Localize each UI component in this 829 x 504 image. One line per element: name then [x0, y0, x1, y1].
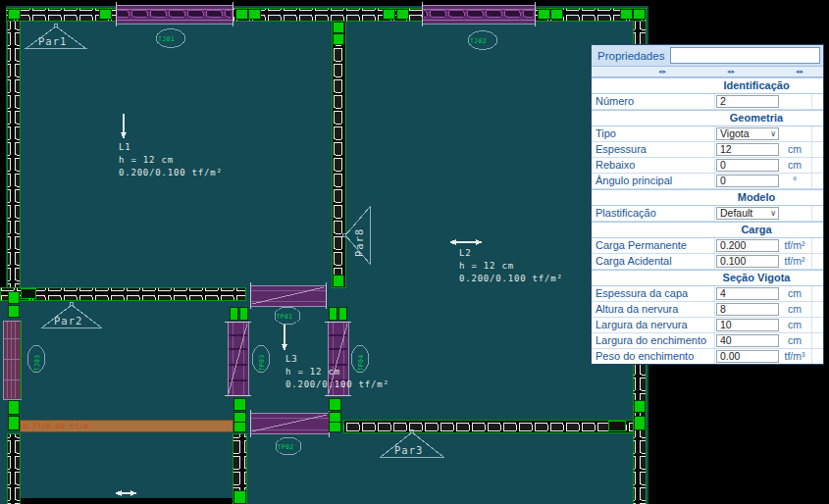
viewport-edge-top — [0, 0, 648, 6]
altura-da-nervura-input[interactable]: 8 — [716, 303, 779, 316]
field-label: Número — [596, 95, 634, 107]
field-label: Carga Acidental — [596, 255, 672, 267]
wall-label-text: Par3 — [394, 444, 423, 456]
opening-wall-left[interactable] — [3, 321, 22, 399]
field-unit: cm — [778, 319, 811, 330]
door-opening-vertical-left[interactable] — [225, 322, 251, 395]
largura-do-enchimento-input[interactable]: 40 — [716, 334, 779, 347]
viewport-edge-left — [0, 6, 6, 287]
window-opening-1[interactable] — [116, 2, 233, 26]
field-label: Largura do enchimento — [596, 334, 706, 346]
section-header-label: Geometria — [730, 112, 783, 124]
properties-filter-input[interactable] — [670, 47, 820, 64]
carga-acidental-input[interactable]: 0.100 — [716, 255, 779, 268]
section-header-label: Modelo — [738, 191, 776, 203]
field-peso-do-enchimento: Peso do enchimento 0.00 tf/m³ — [592, 349, 823, 364]
field-label: Largura da nervura — [596, 319, 688, 330]
carga-permanente-input[interactable]: 0.200 — [716, 239, 779, 252]
field-label: Ângulo principal — [596, 175, 672, 186]
wall-left-upper — [7, 21, 20, 292]
field-largura-do-enchimento: Largura do enchimento 40 cm — [592, 333, 823, 349]
field-carga-acidental: Carga Acidental 0.100 tf/m² — [592, 254, 823, 270]
field-label: Tipo — [596, 127, 616, 139]
field-unit: cm — [778, 287, 811, 299]
field-label: Espessura da capa — [596, 287, 688, 299]
section-header-label: Identificação — [723, 79, 789, 91]
tag-text: TJ01 — [158, 35, 175, 43]
slab-name: L3 — [285, 354, 297, 364]
field-label: Plastificação — [596, 207, 656, 219]
slab-name: L1 — [119, 142, 130, 152]
field-angulo-principal: Ângulo principal 0 ° — [592, 174, 823, 189]
section-header-label: Seção Vigota — [723, 272, 791, 283]
wall-par2 — [0, 287, 245, 300]
panel-splitter-strip[interactable]: ◂▸ ◂▸ ◂▸ — [592, 66, 823, 77]
field-unit: cm — [778, 159, 811, 171]
field-label: Altura da nervura — [596, 303, 678, 315]
section-header-carga: Carga — [592, 222, 823, 238]
field-label: Carga Permanente — [596, 239, 687, 251]
field-label: Rebaixo — [596, 159, 635, 171]
slab-thickness: h = 12 cm — [459, 261, 514, 271]
window-opening-2[interactable] — [422, 2, 535, 26]
field-altura-da-nervura: Altura da nervura 8 cm — [592, 302, 823, 318]
splitter-handle-icon[interactable]: ◂▸ — [727, 67, 736, 76]
tag-text: TP01 — [277, 313, 293, 321]
field-label: Espessura — [596, 143, 647, 155]
field-numero: Número 2 — [592, 94, 823, 110]
tag-text: TP04 — [357, 355, 365, 372]
tag-text: TJ02 — [470, 37, 487, 45]
field-plastificacao: Plastificação Default∨ — [592, 206, 823, 222]
splitter-handle-icon[interactable]: ◂▸ — [658, 67, 667, 76]
slab-name: L2 — [459, 248, 471, 258]
section-header-identificacao: Identificação — [592, 77, 823, 94]
wall-left-lower — [7, 433, 20, 504]
field-label: Peso do enchimento — [596, 350, 694, 362]
slab-loads: 0.200/0.100 tf/m² — [119, 168, 223, 177]
largura-da-nervura-input[interactable]: 10 — [716, 319, 779, 331]
rebaixo-input[interactable]: 0 — [716, 159, 779, 172]
tipo-select[interactable]: Vigota∨ — [716, 127, 779, 140]
peso-do-enchimento-input[interactable]: 0.00 — [716, 350, 779, 363]
field-unit: cm — [778, 303, 811, 315]
app-window: 0.77/0.00 tf/m Par1 Par2 Par3 Pa — [0, 0, 829, 504]
field-rebaixo: Rebaixo 0 cm — [592, 158, 823, 174]
tag-text: TP02 — [278, 443, 294, 451]
espessura-input[interactable]: 12 — [716, 143, 779, 156]
chevron-down-icon: ∨ — [770, 208, 776, 219]
tag-text: TP03 — [258, 355, 266, 372]
section-header-geometria: Geometria — [592, 110, 823, 126]
angulo-principal-input[interactable]: 0 — [716, 175, 779, 187]
field-tipo: Tipo Vigota∨ — [592, 126, 823, 142]
field-unit: ° — [778, 175, 811, 186]
field-espessura: Espessura 12 cm — [592, 142, 823, 158]
wall-label-text: Par1 — [38, 35, 67, 47]
beam-load-label: 0.77/0.00 tf/m — [23, 422, 89, 430]
viewport-edge-bottom — [18, 498, 240, 504]
field-carga-permanente: Carga Permanente 0.200 tf/m² — [592, 238, 823, 254]
door-opening-center-top[interactable] — [250, 282, 326, 309]
espessura-da-capa-input[interactable]: 4 — [716, 287, 779, 300]
properties-panel: Propriedades ◂▸ ◂▸ ◂▸ Identificação Núme… — [591, 44, 824, 365]
tag-text: TJ03 — [33, 355, 41, 372]
numero-input[interactable]: 2 — [716, 95, 779, 108]
splitter-handle-icon[interactable]: ◂▸ — [796, 67, 804, 76]
chevron-down-icon: ∨ — [770, 128, 776, 139]
field-unit: tf/m² — [778, 239, 811, 251]
wall-label-text: Par8 — [353, 228, 365, 257]
floor-plan-canvas[interactable]: 0.77/0.00 tf/m Par1 Par2 Par3 Pa — [0, 0, 648, 504]
slab-loads: 0.200/0.100 tf/m² — [459, 274, 563, 283]
field-unit: cm — [778, 334, 811, 346]
slab-thickness: h = 12 cm — [119, 155, 174, 165]
panel-title: Propriedades — [597, 50, 664, 62]
wall-label-text: Par2 — [54, 315, 82, 327]
beam[interactable]: 0.77/0.00 tf/m — [20, 420, 233, 431]
door-opening-center-bottom[interactable] — [250, 410, 329, 437]
section-header-label: Carga — [741, 224, 771, 235]
field-largura-da-nervura: Largura da nervura 10 cm — [592, 318, 823, 333]
properties-title-bar: Propriedades — [592, 45, 823, 66]
plastificacao-select[interactable]: Default∨ — [716, 207, 779, 220]
wall-par8 — [332, 21, 345, 287]
section-header-secao-vigota: Seção Vigota — [592, 270, 823, 286]
field-unit: cm — [778, 143, 811, 155]
